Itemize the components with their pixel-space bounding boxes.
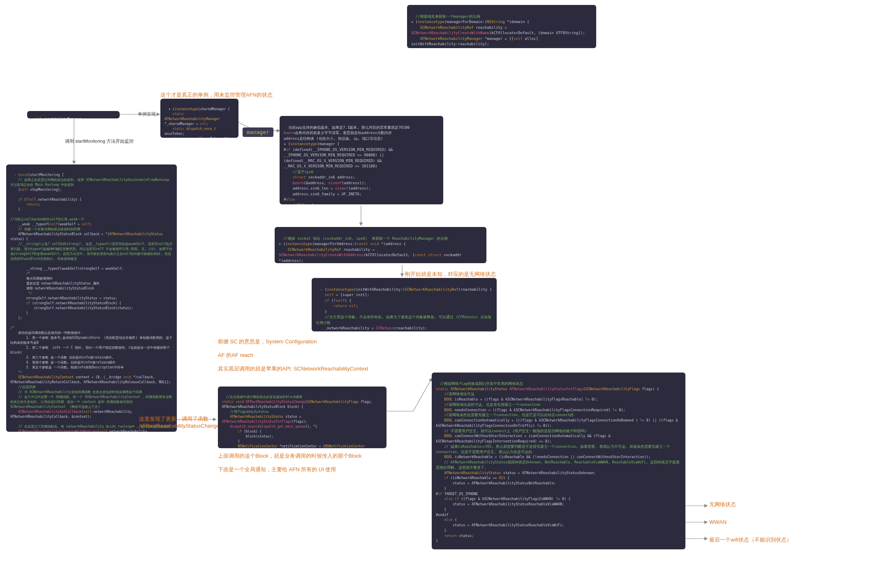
code-status-for-flags: //根据网络flag转换成我们开发中常用的网络状态 static AFNetwo… — [432, 373, 685, 549]
code-start-monitoring: - (void)startMonitoring { // 如果之前设置过对网络状… — [6, 164, 177, 432]
code-text: //根据 socket 地址 (sockaddr_in6, ipv6) 来获取一… — [279, 236, 464, 264]
arrow-label-singleton: 单例实现 — [138, 111, 156, 117]
code-text: self.reachabilityManager = [AFNetworkRea… — [30, 117, 89, 118]
annotation-block-note: 上面调用的这个Block，就是业务调用的时候传入的那个Block 下面是一个全局… — [218, 452, 362, 473]
code-init-with-reachability: - (instancetype)initWithReachability:(SC… — [312, 278, 497, 331]
arrow-label-start-monitoring: 调用 startMonitoring 方法开始监控 — [65, 138, 134, 144]
code-manager-for-address: //根据 socket 地址 (sockaddr_in6, ipv6) 来获取一… — [275, 227, 486, 263]
manager-badge: manager — [243, 127, 273, 137]
annotation-sc-note: 前缀 SC 的意思是，System Configuration AF 的AF r… — [218, 338, 368, 373]
code-reachability-manager-assign: self.reachabilityManager = [AFNetworkRea… — [27, 111, 120, 118]
code-text: 当前app支持的最低版本。如果是7.1版本, 那么对应的宏常量就是70100 b… — [284, 125, 410, 205]
code-text: //根据网络flag转换成我们开发中常用的网络状态 static AFNetwo… — [436, 382, 680, 543]
code-text: //在主线程中进行网络状态的变化通知和block调用 static void A… — [222, 395, 377, 448]
code-shared-manager: + (instancetype)sharedManager { static A… — [160, 99, 238, 138]
code-manager-impl: 当前app支持的最低版本。如果是7.1版本, 那么对应的宏常量就是70100 b… — [280, 116, 443, 204]
code-post-reachability-change: //在主线程中进行网络状态的变化通知和block调用 static void A… — [218, 387, 386, 448]
annotation-singleton: 这个才是真正的单例，用来监控管理AFN的状态 — [160, 91, 273, 99]
code-text: - (instancetype)initWithReachability:(SC… — [316, 287, 492, 332]
code-text: + (instancetype)sharedManager { static A… — [164, 107, 230, 138]
annotation-status-wifi: 最后一个wifi状态（不能识别状态） — [709, 536, 792, 544]
code-manager-for-domain: //根据域名来获取一个manager的实例 + (instancetype)ma… — [407, 5, 596, 48]
annotation-init-note: 刚开始就是未知，对应的是无网络状态 — [405, 271, 496, 278]
annotation-status-no-network: 无网络状态 — [709, 501, 736, 508]
annotation-post-note: 这里发现了更新，调用了函数 AFPostReachabilityStatusCh… — [139, 415, 220, 429]
code-text: - (void)startMonitoring { // 如果之前设置过对网络状… — [10, 173, 172, 432]
annotation-status-wwan: WWAN — [709, 519, 727, 525]
code-text: //根据域名来获取一个manager的实例 + (instancetype)ma… — [411, 14, 585, 49]
